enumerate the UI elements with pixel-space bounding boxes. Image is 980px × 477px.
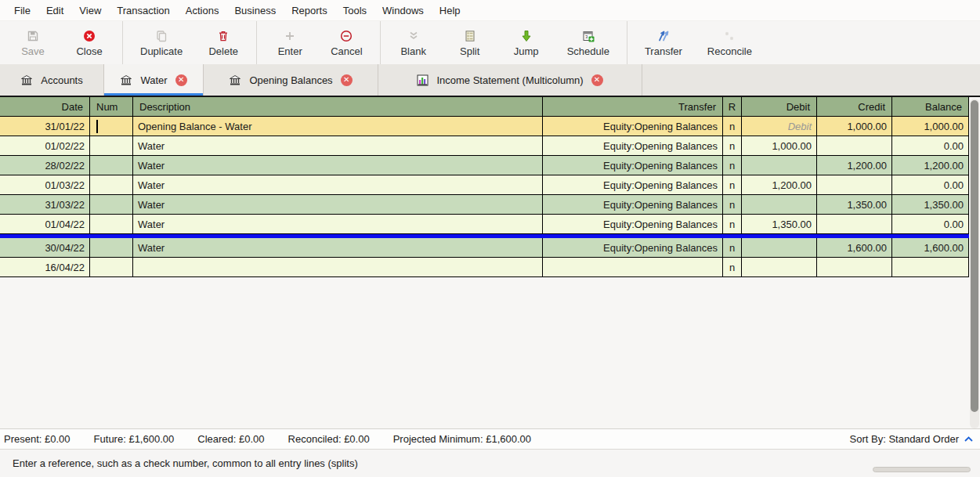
credit-cell[interactable]: 1,200.00 bbox=[817, 156, 892, 175]
split-button[interactable]: Split bbox=[442, 21, 498, 64]
balance-cell[interactable]: 0.00 bbox=[892, 136, 969, 155]
reconcile-flag-cell[interactable]: n bbox=[723, 156, 742, 175]
vertical-scrollbar[interactable] bbox=[970, 99, 979, 428]
balance-cell[interactable]: 1,200.00 bbox=[892, 156, 969, 175]
menu-file[interactable]: File bbox=[6, 2, 38, 20]
balance-cell[interactable]: 1,000.00 bbox=[892, 117, 969, 136]
tab-close-icon[interactable]: ✕ bbox=[591, 74, 603, 86]
menu-view[interactable]: View bbox=[71, 2, 109, 20]
menu-business[interactable]: Business bbox=[226, 2, 284, 20]
num-cell[interactable] bbox=[90, 175, 133, 194]
balance-cell[interactable] bbox=[892, 258, 969, 276]
schedule-button[interactable]: 3 Schedule bbox=[555, 21, 622, 64]
save-button[interactable]: Save bbox=[5, 21, 61, 64]
tab-water[interactable]: Water ✕ bbox=[104, 64, 204, 96]
date-cell[interactable]: 16/04/22 bbox=[0, 258, 90, 276]
transfer-cell[interactable] bbox=[543, 258, 723, 276]
menu-actions[interactable]: Actions bbox=[178, 2, 227, 20]
debit-cell[interactable]: 1,200.00 bbox=[742, 175, 817, 194]
transfer-cell[interactable]: Equity:Opening Balances bbox=[543, 156, 723, 175]
reconcile-button[interactable]: Reconcile bbox=[695, 21, 765, 64]
description-cell[interactable] bbox=[133, 258, 543, 276]
date-cell[interactable]: 01/02/22 bbox=[0, 136, 90, 155]
balance-cell[interactable]: 0.00 bbox=[892, 175, 969, 194]
menu-help[interactable]: Help bbox=[432, 2, 468, 20]
transfer-button[interactable]: Transfer bbox=[632, 21, 695, 64]
description-cell[interactable]: Water bbox=[133, 136, 543, 155]
num-cell[interactable] bbox=[90, 215, 133, 233]
credit-cell[interactable]: 1,600.00 bbox=[817, 238, 892, 257]
tab-close-icon[interactable]: ✕ bbox=[175, 74, 187, 86]
debit-cell[interactable] bbox=[742, 156, 817, 175]
debit-cell[interactable]: 1,350.00 bbox=[742, 215, 817, 233]
debit-cell[interactable] bbox=[742, 238, 817, 257]
close-button[interactable]: Close bbox=[61, 21, 118, 64]
reconcile-flag-cell[interactable]: n bbox=[723, 117, 742, 136]
description-cell[interactable]: Water bbox=[133, 238, 543, 257]
tab-accounts[interactable]: Accounts bbox=[0, 64, 104, 96]
num-cell[interactable] bbox=[90, 238, 133, 257]
balance-cell[interactable]: 1,600.00 bbox=[892, 238, 969, 257]
debit-cell[interactable] bbox=[742, 258, 817, 276]
num-cell[interactable] bbox=[90, 136, 133, 155]
date-cell[interactable]: 31/03/22 bbox=[0, 195, 90, 214]
menu-tools[interactable]: Tools bbox=[335, 2, 374, 20]
date-cell[interactable]: 28/02/22 bbox=[0, 156, 90, 175]
description-cell[interactable]: Water bbox=[133, 195, 543, 214]
balance-cell[interactable]: 1,350.00 bbox=[892, 195, 969, 214]
reconcile-flag-cell[interactable]: n bbox=[723, 136, 742, 155]
tab-close-icon[interactable]: ✕ bbox=[341, 74, 353, 86]
menu-windows[interactable]: Windows bbox=[374, 2, 432, 20]
debit-cell[interactable]: Debit bbox=[742, 117, 817, 136]
jump-button[interactable]: Jump bbox=[498, 21, 555, 64]
num-cell[interactable] bbox=[90, 156, 133, 175]
balance-cell[interactable]: 0.00 bbox=[892, 215, 969, 233]
sort-by-control[interactable]: Sort By: Standard Order bbox=[850, 433, 974, 445]
transfer-cell[interactable]: Equity:Opening Balances bbox=[543, 195, 723, 214]
status-hint-bar: Enter a reference, such as a check numbe… bbox=[0, 449, 980, 477]
num-cell[interactable] bbox=[90, 258, 133, 276]
reconcile-flag-cell[interactable]: n bbox=[723, 195, 742, 214]
description-cell[interactable]: Water bbox=[133, 215, 543, 233]
description-cell[interactable]: Opening Balance - Water bbox=[133, 117, 543, 136]
transfer-cell[interactable]: Equity:Opening Balances bbox=[543, 117, 723, 136]
menu-edit[interactable]: Edit bbox=[38, 2, 71, 20]
credit-cell[interactable] bbox=[817, 175, 892, 194]
enter-button[interactable]: Enter bbox=[262, 21, 318, 64]
vertical-scrollbar-thumb[interactable] bbox=[971, 100, 978, 412]
credit-cell[interactable] bbox=[817, 136, 892, 155]
reconcile-flag-cell[interactable]: n bbox=[723, 175, 742, 194]
debit-cell[interactable]: 1,000.00 bbox=[742, 136, 817, 155]
duplicate-button[interactable]: Duplicate bbox=[128, 21, 195, 64]
date-cell[interactable]: 31/01/22 bbox=[0, 117, 90, 136]
menu-reports[interactable]: Reports bbox=[284, 2, 335, 20]
reconcile-flag-cell[interactable]: n bbox=[723, 215, 742, 233]
menu-transaction[interactable]: Transaction bbox=[109, 2, 177, 20]
date-cell[interactable]: 30/04/22 bbox=[0, 238, 90, 257]
date-cell[interactable]: 01/03/22 bbox=[0, 175, 90, 194]
credit-cell[interactable]: 1,000.00 bbox=[817, 117, 892, 136]
transfer-cell[interactable]: Equity:Opening Balances bbox=[543, 136, 723, 155]
transfer-cell[interactable]: Equity:Opening Balances bbox=[543, 175, 723, 194]
num-cell[interactable] bbox=[90, 117, 133, 136]
reconcile-flag-cell[interactable]: n bbox=[723, 238, 742, 257]
tab-opening-balances[interactable]: Opening Balances ✕ bbox=[204, 64, 378, 96]
credit-cell[interactable]: 1,350.00 bbox=[817, 195, 892, 214]
description-cell[interactable]: Water bbox=[133, 156, 543, 175]
horizontal-scrollbar[interactable] bbox=[873, 467, 971, 472]
description-cell[interactable]: Water bbox=[133, 175, 543, 194]
tab-income-statement[interactable]: Income Statement (Multicolumn) ✕ bbox=[378, 64, 642, 96]
transfer-cell[interactable]: Equity:Opening Balances bbox=[543, 215, 723, 233]
column-header-credit: Credit bbox=[817, 97, 892, 116]
num-cell[interactable] bbox=[90, 195, 133, 214]
credit-cell[interactable] bbox=[817, 215, 892, 233]
blank-button[interactable]: Blank bbox=[385, 21, 442, 64]
transfer-cell[interactable]: Equity:Opening Balances bbox=[543, 238, 723, 257]
reconcile-flag-cell[interactable]: n bbox=[723, 258, 742, 276]
credit-cell[interactable] bbox=[817, 258, 892, 276]
debit-cell[interactable] bbox=[742, 195, 817, 214]
delete-button[interactable]: Delete bbox=[195, 21, 251, 64]
date-cell[interactable]: 01/04/22 bbox=[0, 215, 90, 233]
debit-cell-text: 1,350.00 bbox=[772, 219, 812, 230]
cancel-button[interactable]: Cancel bbox=[318, 21, 374, 64]
